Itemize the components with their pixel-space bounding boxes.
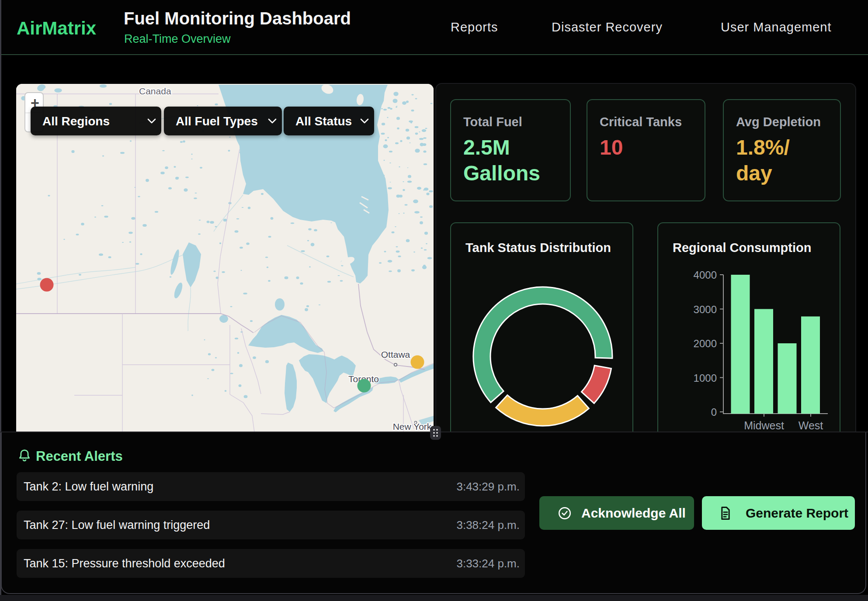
- svg-text:0: 0: [711, 406, 717, 418]
- svg-text:New York: New York: [393, 421, 432, 432]
- svg-text:Canada: Canada: [139, 86, 171, 96]
- svg-text:West: West: [799, 419, 823, 432]
- svg-text:2000: 2000: [694, 338, 717, 349]
- svg-text:4000: 4000: [694, 269, 717, 281]
- svg-text:1000: 1000: [694, 372, 717, 384]
- svg-text:3000: 3000: [694, 304, 717, 315]
- svg-text:Ottawa: Ottawa: [381, 349, 410, 359]
- svg-text:Midwest: Midwest: [744, 419, 784, 432]
